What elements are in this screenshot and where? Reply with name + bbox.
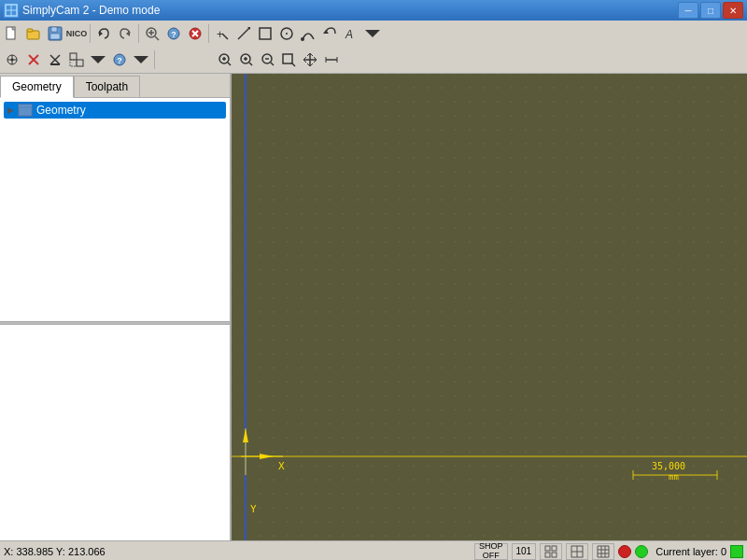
expand-icon: ▶ <box>7 105 14 115</box>
app-icon <box>4 3 19 18</box>
dropdown-btn3[interactable] <box>131 49 151 70</box>
svg-rect-87 <box>552 546 557 551</box>
toolbar-row-1: NICO ? + <box>0 21 747 47</box>
redo-button[interactable] <box>115 23 135 44</box>
svg-text:?: ? <box>117 56 122 65</box>
zoom-window-button[interactable] <box>278 49 299 70</box>
svg-line-23 <box>238 28 249 39</box>
rotate-button[interactable] <box>319 23 340 44</box>
svg-line-13 <box>155 36 159 40</box>
svg-line-49 <box>228 63 231 65</box>
measure-button[interactable] <box>321 49 342 70</box>
svg-rect-9 <box>50 34 60 39</box>
save-button[interactable] <box>45 23 65 44</box>
tree-item-label: Geometry <box>36 104 86 117</box>
tree-area: ▶ Geometry <box>0 98 230 321</box>
layer-color-swatch[interactable] <box>730 545 743 558</box>
svg-marker-47 <box>134 56 148 63</box>
left-panel: Geometry Toolpath ▶ Geometry <box>0 74 232 540</box>
svg-text:mm: mm <box>669 472 679 482</box>
grid2-button[interactable] <box>592 543 614 560</box>
draw-arc-button[interactable] <box>298 23 318 44</box>
tree-item-geometry[interactable]: ▶ Geometry <box>4 102 226 119</box>
maximize-button[interactable]: □ <box>700 2 721 19</box>
open-button[interactable] <box>23 23 44 44</box>
svg-line-60 <box>291 63 295 66</box>
svg-rect-89 <box>552 553 557 557</box>
minimize-button[interactable]: ─ <box>678 2 698 19</box>
help-button[interactable]: ? <box>163 23 184 44</box>
delete-button[interactable] <box>23 49 44 70</box>
window-controls: ─ □ ✕ <box>678 2 743 19</box>
svg-point-27 <box>286 33 288 35</box>
svg-point-35 <box>11 59 14 62</box>
svg-marker-11 <box>126 31 130 36</box>
svg-line-53 <box>249 63 252 65</box>
shop-off-button[interactable]: SHOPOFF <box>474 543 508 560</box>
add-point-button[interactable]: + <box>212 23 233 44</box>
svg-rect-59 <box>283 54 292 63</box>
svg-rect-65 <box>19 105 23 108</box>
active-led <box>635 545 648 558</box>
svg-rect-41 <box>70 53 77 60</box>
svg-rect-64 <box>19 107 32 116</box>
draw-rect-button[interactable] <box>255 23 275 44</box>
grid-button[interactable] <box>540 543 562 560</box>
tab-geometry[interactable]: Geometry <box>0 76 74 98</box>
svg-text:Y: Y <box>250 503 257 515</box>
zoom-extent-button[interactable] <box>214 49 234 70</box>
status-bar: X: 338.985 Y: 213.066 SHOPOFF 101 Curren… <box>0 540 747 560</box>
pan-button[interactable] <box>300 49 320 70</box>
svg-text:35,000: 35,000 <box>652 461 685 471</box>
svg-marker-44 <box>91 56 106 63</box>
view-button[interactable] <box>566 543 588 560</box>
bottom-panel <box>0 325 230 540</box>
svg-rect-25 <box>260 28 271 39</box>
folder-icon <box>18 104 33 117</box>
select-button[interactable] <box>2 49 22 70</box>
svg-rect-43 <box>70 60 77 66</box>
svg-point-28 <box>301 37 304 41</box>
svg-rect-88 <box>545 553 550 557</box>
zoom-in-button[interactable] <box>235 49 256 70</box>
zoom-out-button[interactable] <box>257 49 277 70</box>
svg-rect-42 <box>77 60 83 66</box>
svg-marker-31 <box>365 30 380 37</box>
zoom-help-button[interactable] <box>142 23 162 44</box>
sep1 <box>90 24 91 43</box>
svg-marker-29 <box>323 30 329 34</box>
sep3 <box>208 24 209 43</box>
svg-text:A: A <box>345 28 353 41</box>
title-bar: SimplyCam 2 - Demo mode ─ □ ✕ <box>0 0 747 21</box>
toolbar-row-2: ? <box>0 47 747 73</box>
canvas-area[interactable]: Y X 35,000 mm <box>232 74 747 540</box>
group-button[interactable] <box>66 49 87 70</box>
cancel-button[interactable] <box>185 23 205 44</box>
stop-led <box>618 545 631 558</box>
cut-button[interactable] <box>45 49 65 70</box>
undo-button[interactable] <box>93 23 114 44</box>
sep2 <box>138 24 139 43</box>
svg-rect-6 <box>27 29 33 32</box>
current-layer-label: Current layer: 0 <box>655 546 726 557</box>
nico-button[interactable]: NICO <box>66 23 87 44</box>
tab-toolpath[interactable]: Toolpath <box>74 76 140 97</box>
new-button[interactable] <box>2 23 22 44</box>
canvas-grid: Y X 35,000 mm <box>232 74 747 540</box>
draw-circle-button[interactable] <box>276 23 297 44</box>
dropdown-btn1[interactable] <box>362 23 383 44</box>
svg-text:?: ? <box>171 30 176 39</box>
svg-text:X: X <box>278 460 285 472</box>
tab-bar: Geometry Toolpath <box>0 74 230 98</box>
draw-line-button[interactable] <box>233 23 254 44</box>
close-button[interactable]: ✕ <box>723 2 743 19</box>
help2-button[interactable]: ? <box>109 49 130 70</box>
svg-rect-8 <box>51 27 57 32</box>
toolbar-area: NICO ? + <box>0 21 747 74</box>
status-coordinates: X: 338.985 Y: 213.066 <box>4 546 471 557</box>
dropdown-btn2[interactable] <box>88 49 108 70</box>
status-num-button[interactable]: 101 <box>512 543 537 560</box>
text-button[interactable]: A <box>341 23 361 44</box>
svg-line-57 <box>271 63 274 65</box>
main-area: Geometry Toolpath ▶ Geometry <box>0 74 747 540</box>
